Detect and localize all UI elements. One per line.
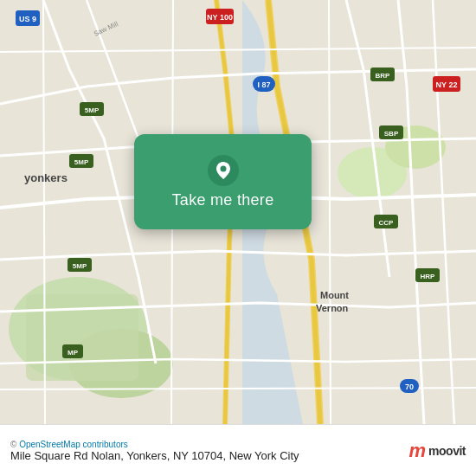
copyright-text: © OpenStreetMap contributors xyxy=(10,440,401,449)
svg-text:SBP: SBP xyxy=(384,130,399,138)
svg-point-37 xyxy=(220,165,226,171)
svg-text:5MP: 5MP xyxy=(74,158,89,166)
address-text: Mile Square Rd Nolan, Yonkers, NY 10704,… xyxy=(10,449,401,462)
osm-link[interactable]: OpenStreetMap contributors xyxy=(19,440,128,449)
svg-text:NY 22: NY 22 xyxy=(436,80,458,89)
svg-text:5MP: 5MP xyxy=(73,262,87,270)
svg-text:CCP: CCP xyxy=(379,219,395,227)
svg-text:Vernon: Vernon xyxy=(316,303,349,313)
moovit-logo-icon: m xyxy=(409,440,427,462)
card-overlay: Take me there xyxy=(134,134,312,229)
svg-text:Mount: Mount xyxy=(320,290,349,300)
take-me-there-button[interactable]: Take me there xyxy=(172,191,274,209)
moovit-logo: m moovit xyxy=(409,440,466,462)
copyright-symbol: © xyxy=(10,440,16,449)
svg-text:70: 70 xyxy=(405,383,414,391)
svg-text:NY 100: NY 100 xyxy=(207,13,233,22)
svg-text:5MP: 5MP xyxy=(85,106,100,114)
svg-text:I 87: I 87 xyxy=(257,80,270,89)
moovit-logo-text: moovit xyxy=(428,444,466,458)
map-container: US 9 NY 100 I 87 BRP NY 22 SBP 5MP 5MP 5… xyxy=(0,0,476,424)
bottom-bar: © OpenStreetMap contributors Mile Square… xyxy=(0,424,476,476)
location-pin-icon xyxy=(208,155,239,186)
svg-text:yonkers: yonkers xyxy=(24,171,68,184)
svg-text:HRP: HRP xyxy=(421,273,436,280)
svg-text:BRP: BRP xyxy=(376,72,391,80)
svg-text:MP: MP xyxy=(68,349,79,357)
svg-text:US 9: US 9 xyxy=(19,15,36,23)
